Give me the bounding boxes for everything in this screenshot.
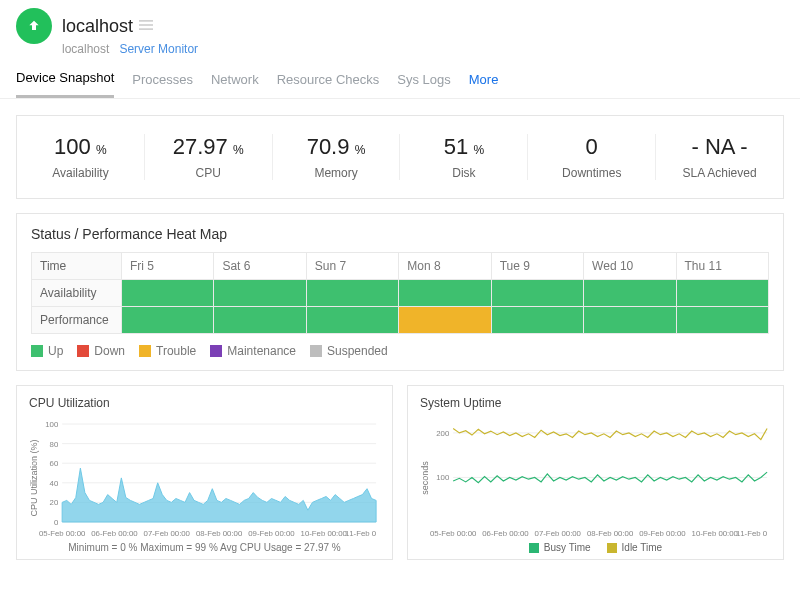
arrow-up-icon [26, 18, 42, 34]
stat-availability: 100 %Availability [17, 134, 145, 180]
svg-rect-1 [139, 24, 153, 25]
heatmap-cell[interactable] [584, 280, 676, 307]
heatmap-cell[interactable] [491, 307, 583, 334]
heatmap-cell[interactable] [399, 280, 491, 307]
tab-resource-checks[interactable]: Resource Checks [277, 64, 380, 97]
stat-sla-achieved: - NA -SLA Achieved [656, 134, 783, 180]
svg-text:11-Feb 0: 11-Feb 0 [345, 529, 377, 538]
svg-rect-2 [139, 28, 153, 29]
svg-text:08-Feb 00:00: 08-Feb 00:00 [587, 529, 634, 538]
breadcrumb-item[interactable]: Server Monitor [119, 42, 198, 56]
svg-rect-0 [139, 20, 153, 21]
tab-processes[interactable]: Processes [132, 64, 193, 97]
svg-text:10-Feb 00:00: 10-Feb 00:00 [301, 529, 348, 538]
legend-item: Down [77, 344, 125, 358]
tab-network[interactable]: Network [211, 64, 259, 97]
heatmap-legend: UpDownTroubleMaintenanceSuspended [31, 344, 769, 358]
heatmap-cell[interactable] [399, 307, 491, 334]
heatmap-cell[interactable] [214, 307, 306, 334]
legend-label: Idle Time [622, 542, 663, 553]
svg-text:07-Feb 00:00: 07-Feb 00:00 [535, 529, 582, 538]
svg-text:seconds: seconds [420, 461, 430, 495]
stat-memory: 70.9 %Memory [273, 134, 401, 180]
heatmap-cell[interactable] [676, 280, 768, 307]
svg-text:07-Feb 00:00: 07-Feb 00:00 [144, 529, 191, 538]
svg-text:09-Feb 00:00: 09-Feb 00:00 [248, 529, 295, 538]
cpu-chart-title: CPU Utilization [29, 396, 380, 410]
stat-disk: 51 %Disk [400, 134, 528, 180]
heatmap-cell[interactable] [306, 307, 398, 334]
svg-text:06-Feb 00:00: 06-Feb 00:00 [482, 529, 529, 538]
tab-sys-logs[interactable]: Sys Logs [397, 64, 450, 97]
svg-text:100: 100 [45, 420, 59, 429]
heatmap-cell[interactable] [676, 307, 768, 334]
cpu-chart: 02040608010005-Feb 00:0006-Feb 00:0007-F… [29, 418, 380, 538]
svg-text:0: 0 [54, 518, 59, 527]
legend-item: Trouble [139, 344, 196, 358]
busy-swatch [529, 543, 539, 553]
heatmap-cell[interactable] [306, 280, 398, 307]
tab-bar: Device SnapshotProcessesNetworkResource … [0, 62, 800, 99]
heatmap-cell[interactable] [122, 280, 214, 307]
heatmap-card: Status / Performance Heat Map TimeFri 5S… [16, 213, 784, 371]
heatmap-table: TimeFri 5Sat 6Sun 7Mon 8Tue 9Wed 10Thu 1… [31, 252, 769, 334]
svg-text:200: 200 [436, 429, 450, 438]
page-title: localhost [62, 16, 133, 37]
uptime-chart-legend: Busy Time Idle Time [420, 542, 771, 553]
legend-item: Up [31, 344, 63, 358]
uptime-chart-title: System Uptime [420, 396, 771, 410]
uptime-chart: 10020005-Feb 00:0006-Feb 00:0007-Feb 00:… [420, 418, 771, 538]
heatmap-cell[interactable] [491, 280, 583, 307]
stats-card: 100 %Availability27.97 %CPU70.9 %Memory5… [16, 115, 784, 199]
uptime-chart-card: System Uptime 10020005-Feb 00:0006-Feb 0… [407, 385, 784, 560]
svg-text:05-Feb 00:00: 05-Feb 00:00 [430, 529, 477, 538]
stat-cpu: 27.97 %CPU [145, 134, 273, 180]
breadcrumb: localhost Server Monitor [62, 42, 800, 56]
heatmap-cell[interactable] [214, 280, 306, 307]
cpu-chart-card: CPU Utilization 02040608010005-Feb 00:00… [16, 385, 393, 560]
svg-text:CPU Utilization (%): CPU Utilization (%) [29, 440, 39, 517]
legend-label: Busy Time [544, 542, 591, 553]
heatmap-title: Status / Performance Heat Map [31, 226, 769, 242]
tab-device-snapshot[interactable]: Device Snapshot [16, 62, 114, 98]
breadcrumb-item[interactable]: localhost [62, 42, 109, 56]
svg-text:11-Feb 0: 11-Feb 0 [736, 529, 768, 538]
legend-item: Maintenance [210, 344, 296, 358]
svg-text:40: 40 [50, 479, 59, 488]
svg-text:09-Feb 00:00: 09-Feb 00:00 [639, 529, 686, 538]
status-badge-icon [16, 8, 52, 44]
menu-icon[interactable] [139, 18, 153, 35]
legend-item: Suspended [310, 344, 388, 358]
svg-text:20: 20 [50, 498, 59, 507]
stat-downtimes: 0Downtimes [528, 134, 656, 180]
svg-text:100: 100 [436, 473, 450, 482]
svg-text:06-Feb 00:00: 06-Feb 00:00 [91, 529, 138, 538]
svg-text:60: 60 [50, 459, 59, 468]
svg-text:10-Feb 00:00: 10-Feb 00:00 [692, 529, 739, 538]
svg-text:05-Feb 00:00: 05-Feb 00:00 [39, 529, 86, 538]
cpu-chart-footer: Minimum = 0 % Maximum = 99 % Avg CPU Usa… [29, 542, 380, 553]
heatmap-cell[interactable] [584, 307, 676, 334]
svg-text:08-Feb 00:00: 08-Feb 00:00 [196, 529, 243, 538]
heatmap-cell[interactable] [122, 307, 214, 334]
idle-swatch [607, 543, 617, 553]
svg-text:80: 80 [50, 440, 59, 449]
tab-more[interactable]: More [469, 64, 499, 97]
